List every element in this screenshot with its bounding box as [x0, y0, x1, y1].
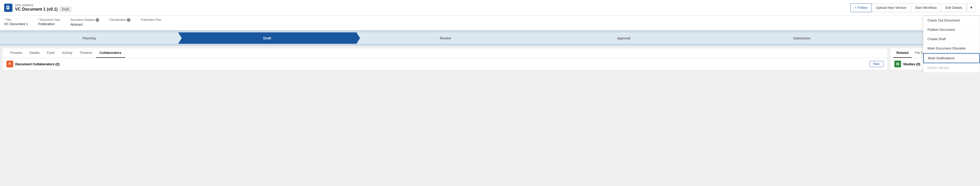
workflow-step[interactable]: Submission	[713, 32, 891, 44]
field-group: Document SubtypeiAbstract	[70, 18, 99, 26]
field-label: Document Subtypei	[70, 18, 99, 22]
collaborators-section-title: Document Collaborators (2)	[6, 60, 59, 67]
draft-badge: Draft	[59, 7, 71, 12]
edit-details-button[interactable]: Edit Details	[941, 3, 967, 12]
field-label: Title	[4, 18, 28, 21]
field-value: Publication	[38, 22, 60, 26]
dropdown-item-delete-version: Delete Version	[923, 63, 980, 73]
workflow-step[interactable]: Review	[356, 32, 535, 44]
start-workflow-button[interactable]: Start Workflow	[911, 3, 941, 12]
chevron-down-icon: ▼	[970, 6, 973, 10]
fields-row: TitleVC Document 1Document TypePublicati…	[0, 16, 980, 30]
field-group: Classificationi	[110, 18, 131, 26]
workflow-wrapper: PlanningDraftReviewApprovalSubmissionCo	[0, 30, 980, 46]
field-value: Abstract	[70, 22, 99, 26]
info-icon[interactable]: i	[127, 18, 130, 22]
header-left: DOC-0000022 VC Document 1 (v0.1) Draft	[4, 4, 71, 12]
field-group: Publication Plan	[141, 18, 161, 26]
tab-timeline[interactable]: Timeline	[76, 48, 96, 58]
studies-section-title: Studies (0)	[894, 60, 920, 67]
field-group: Document TypePublication	[38, 18, 60, 26]
info-icon[interactable]: i	[95, 18, 99, 22]
dropdown-item-publish-document[interactable]: Publish Document	[923, 25, 980, 35]
dropdown-item-create-draft[interactable]: Create Draft	[923, 35, 980, 44]
field-label: Publication Plan	[141, 18, 161, 21]
field-value: VC Document 1	[4, 22, 28, 26]
tab-feed[interactable]: Feed	[43, 48, 58, 58]
workflow-step[interactable]: Approval	[535, 32, 713, 44]
header-actions: + Follow Upload New Version Start Workfl…	[850, 3, 976, 12]
doc-title-row: VC Document 1 (v0.1) Draft	[15, 7, 71, 12]
doc-meta: DOC-0000022 VC Document 1 (v0.1) Draft	[15, 4, 71, 12]
left-panel: PreviewDetailsFeedActivityTimelineCollab…	[2, 48, 888, 70]
workflow-step[interactable]: Draft	[178, 32, 356, 44]
tab-activity[interactable]: Activity	[58, 48, 76, 58]
studies-count-label: Studies (0)	[903, 62, 920, 66]
collaborators-count-label: Document Collaborators (2)	[15, 62, 59, 66]
workflow-bar: PlanningDraftReviewApprovalSubmissionCo	[0, 32, 980, 44]
svg-point-4	[9, 63, 10, 64]
doc-title: VC Document 1 (v0.1)	[15, 7, 57, 12]
dropdown-item-mark-document-obsolete[interactable]: Mark Document Obsolete	[923, 44, 980, 53]
tab-collaborators[interactable]: Collaborators	[96, 48, 125, 58]
right-tab-related[interactable]: Related	[893, 48, 912, 58]
tab-preview[interactable]: Preview	[6, 48, 25, 58]
tab-details[interactable]: Details	[25, 48, 43, 58]
field-label: Classificationi	[110, 18, 131, 22]
tabs-row: PreviewDetailsFeedActivityTimelineCollab…	[2, 48, 888, 58]
dropdown-toggle-button[interactable]: ▼	[967, 3, 976, 12]
field-value	[110, 22, 131, 26]
new-collaborator-button[interactable]: New	[869, 61, 883, 67]
field-label: Document Type	[38, 18, 60, 21]
content-area: PreviewDetailsFeedActivityTimelineCollab…	[0, 46, 980, 73]
header-bar: DOC-0000022 VC Document 1 (v0.1) Draft +…	[0, 0, 980, 16]
collaborators-icon	[6, 60, 13, 67]
follow-button[interactable]: + Follow	[850, 3, 872, 12]
page-wrapper: DOC-0000022 VC Document 1 (v0.1) Draft +…	[0, 0, 980, 73]
workflow-step[interactable]: Planning	[0, 32, 178, 44]
field-value	[141, 22, 161, 26]
dropdown-item-mute-notifications[interactable]: Mute Notifications	[923, 53, 980, 63]
document-icon	[4, 4, 13, 12]
left-section-header: Document Collaborators (2) New	[2, 58, 888, 70]
doc-id: DOC-0000022	[15, 4, 71, 7]
studies-icon	[894, 60, 901, 67]
upload-new-version-button[interactable]: Upload New Version	[872, 3, 911, 12]
field-group: TitleVC Document 1	[4, 18, 28, 26]
dropdown-item-check-out-document[interactable]: Check Out Document	[923, 16, 980, 25]
svg-point-5	[10, 63, 11, 64]
dropdown-menu: Check Out DocumentPublish DocumentCreate…	[923, 16, 980, 73]
